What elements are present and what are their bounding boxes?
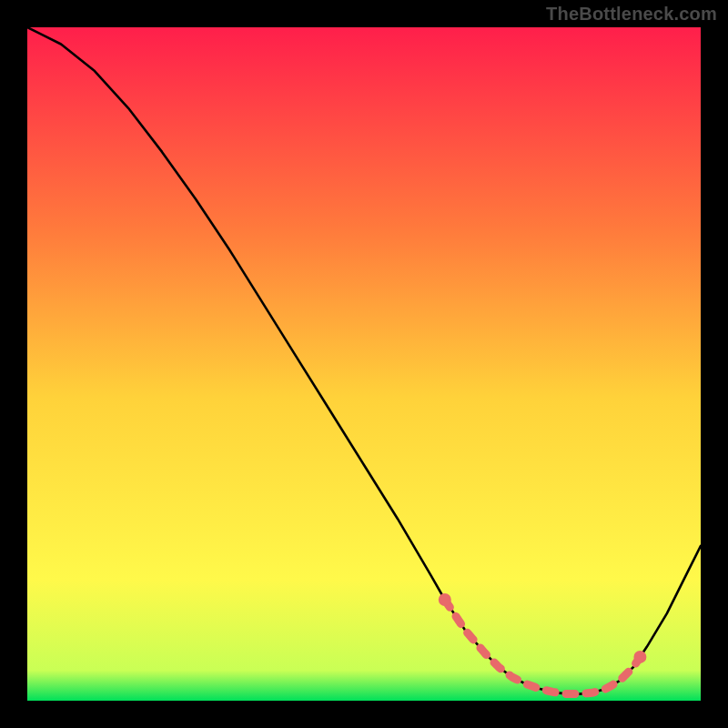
- gradient-background: [27, 27, 701, 701]
- watermark-text: TheBottleneck.com: [546, 4, 717, 25]
- chart-svg: [27, 27, 701, 701]
- highlighted-range-end-dot: [633, 651, 646, 663]
- highlighted-range-start-dot: [439, 593, 451, 606]
- chart-frame: TheBottleneck.com: [0, 0, 728, 728]
- plot-area: [27, 27, 701, 701]
